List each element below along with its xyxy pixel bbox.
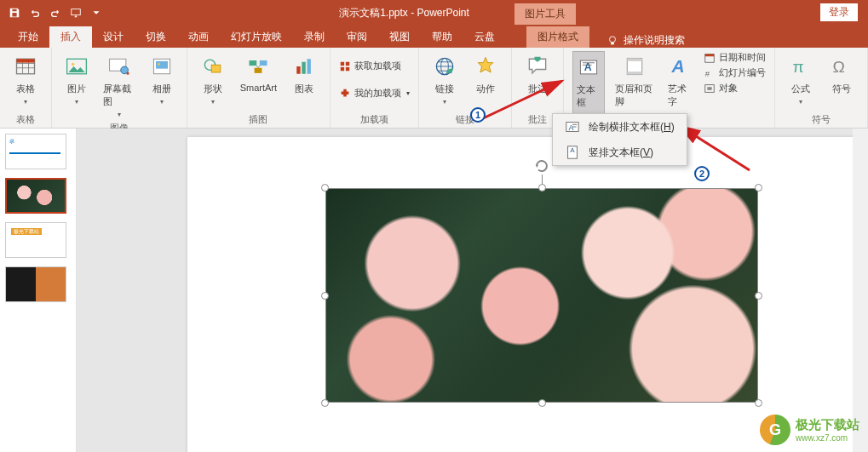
svg-rect-17 [255,68,262,73]
group-images: 图片▾ 屏幕截图▾ 相册▾ 图像 [52,48,187,128]
screenshot-button[interactable]: 屏幕截图▾ [100,51,139,120]
link-button[interactable]: 链接▾ [428,51,462,107]
svg-rect-2 [611,42,614,44]
thumb-slide-1[interactable]: 录 [5,134,66,169]
link-icon [431,53,458,80]
slide-thumbnails: 录 极光下载站 [0,129,77,452]
login-button[interactable]: 登录 [820,3,858,21]
svg-rect-14 [211,65,221,72]
resize-handle[interactable] [755,184,762,192]
resize-handle[interactable] [321,184,329,192]
svg-rect-24 [346,66,349,70]
svg-point-6 [72,63,75,66]
svg-rect-9 [127,72,129,75]
tell-me-label: 操作说明搜索 [624,33,685,48]
selected-image[interactable] [325,188,758,403]
tab-start[interactable]: 开始 [7,26,49,48]
tab-animation[interactable]: 动画 [177,26,220,48]
tab-review[interactable]: 审阅 [336,26,378,48]
header-footer-icon [621,53,648,80]
smartart-icon [244,53,272,80]
tab-picture-format[interactable]: 图片格式 [526,26,589,48]
svg-rect-21 [341,61,344,65]
textbox-dropdown: A 绘制横排文本框(H) A 竖排文本框(V) [552,113,687,166]
tab-slideshow[interactable]: 幻灯片放映 [220,26,293,48]
header-footer-button[interactable]: 页眉和页脚 [612,51,658,110]
thumb-slide-4[interactable] [5,266,66,302]
context-tool-label: 图片工具 [514,3,576,25]
action-button[interactable]: 动作 [468,51,503,97]
tab-help[interactable]: 帮助 [421,26,463,48]
undo-icon[interactable] [26,3,44,22]
svg-rect-19 [302,62,305,74]
comment-icon [524,53,551,80]
table-icon [12,53,39,80]
resize-handle[interactable] [321,292,329,300]
group-symbols: π公式▾ Ω符号 符号 [775,48,868,128]
save-icon[interactable] [5,3,24,22]
svg-rect-34 [705,54,715,56]
redo-icon[interactable] [46,3,65,22]
resize-handle[interactable] [321,399,329,407]
textbox-button[interactable]: A文本框▾ [572,51,605,122]
ribbon-tabs: 开始 插入 设计 切换 动画 幻灯片放映 录制 审阅 视图 帮助 云盘 图片格式… [0,26,868,48]
album-button[interactable]: 相册▾ [146,51,178,107]
watermark-url: www.xz7.com [796,433,848,443]
slidenum-button[interactable]: #幻灯片编号 [704,66,766,79]
shapes-button[interactable]: 形状▾ [196,51,230,107]
my-addins-button[interactable]: 我的加载项▾ [339,87,410,100]
svg-rect-20 [308,59,311,74]
datetime-button[interactable]: 日期和时间 [704,51,766,64]
vertical-textbox-item[interactable]: A 竖排文本框(V) [553,140,687,165]
symbol-button[interactable]: Ω符号 [825,51,859,97]
tab-view[interactable]: 视图 [378,26,421,48]
resize-handle[interactable] [538,399,546,407]
tab-design[interactable]: 设计 [92,26,135,48]
tab-transition[interactable]: 切换 [135,26,177,48]
pictures-button[interactable]: 图片▾ [60,51,93,107]
rotate-handle[interactable] [533,157,550,175]
svg-text:A: A [671,56,685,76]
wordart-icon: A [667,53,694,80]
svg-rect-23 [341,66,344,70]
horizontal-textbox-item[interactable]: A 绘制横排文本框(H) [553,114,687,140]
table-button[interactable]: 表格▾ [9,51,43,107]
tab-cloud[interactable]: 云盘 [463,26,506,48]
svg-rect-0 [72,9,81,15]
tell-me-search[interactable]: 操作说明搜索 [606,33,685,48]
annotation-badge-1: 1 [470,107,486,123]
resize-handle[interactable] [755,292,762,300]
qat-more-icon[interactable] [87,3,106,22]
start-slideshow-icon[interactable] [66,3,85,22]
annotation-badge-2: 2 [694,166,710,181]
slide-editor[interactable] [77,129,868,452]
resize-handle[interactable] [755,399,762,407]
svg-rect-37 [707,87,711,90]
resize-handle[interactable] [538,184,546,192]
svg-rect-4 [17,59,35,62]
shapes-icon [199,53,227,80]
tab-insert[interactable]: 插入 [49,26,92,48]
chart-button[interactable]: 图表 [287,51,321,97]
equation-button[interactable]: π公式▾ [784,51,818,107]
group-links: 链接▾ 动作 链接 [419,48,512,128]
get-addins-button[interactable]: 获取加载项 [339,60,410,72]
thumb-slide-3[interactable]: 极光下载站 [5,222,66,258]
wordart-button[interactable]: A艺术字▾ [664,51,697,120]
vertical-textbox-icon: A [565,145,580,160]
thumb-slide-2[interactable] [5,178,66,214]
object-button[interactable]: 对象 [704,82,766,94]
svg-rect-31 [627,72,642,75]
tab-record[interactable]: 录制 [293,26,336,48]
horizontal-textbox-icon: A [565,119,580,134]
svg-rect-16 [260,60,267,66]
group-addins: 获取加载项 我的加载项▾ 加载项 [331,48,419,128]
vertical-scrollbar[interactable] [853,129,868,452]
smartart-button[interactable]: SmartArt [237,51,280,94]
title-bar: 演示文稿1.pptx - PowerPoint [0,0,868,26]
svg-rect-18 [296,66,300,74]
svg-text:Ω: Ω [833,58,845,76]
comment-button[interactable]: 批注 [520,51,555,97]
action-icon [472,53,499,80]
bulb-icon [606,35,618,47]
